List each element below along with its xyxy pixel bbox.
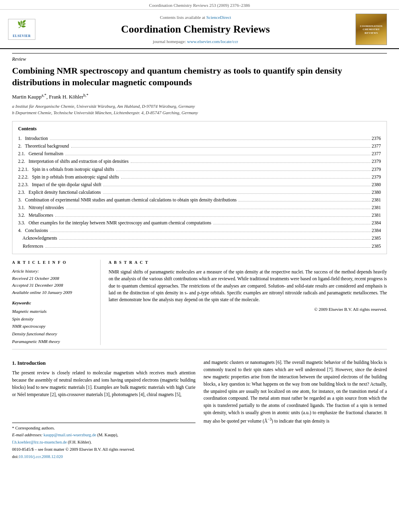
homepage-url[interactable]: www.elsevier.com/locate/ccr [187, 39, 238, 44]
author-sup-b: b,* [83, 92, 88, 97]
contents-available-text: Contents lists available at ScienceDirec… [43, 14, 348, 21]
cover-title: COORDINATIONCHEMISTRYREVIEWS [360, 25, 383, 35]
journal-citation: Coordination Chemistry Reviews 253 (2009… [149, 3, 250, 8]
keyword-4: Density functional theory [12, 330, 95, 338]
elsevier-brand: ELSEVIER [13, 34, 31, 38]
article-title: Combining NMR spectroscopy and quantum c… [12, 65, 387, 88]
toc-item-3-2: 3.2. Metallocenes 2381 [18, 212, 381, 219]
keyword-5: Paramagnetic NMR theory [12, 338, 95, 345]
received-date: Received 21 October 2008 [12, 275, 95, 282]
article-info-abstract-section: A R T I C L E I N F O Article history: R… [12, 260, 387, 349]
toc-item-2-2: 2.2. Interpretation of shifts and extrac… [18, 158, 381, 165]
toc-item-3-1: 3.1. Nitronyl nitroxides 2381 [18, 204, 381, 212]
toc-entries: 1. Introduction 2376 2. Theoretical back… [18, 135, 381, 250]
affiliations: a Institut für Anorganische Chemie, Univ… [12, 103, 387, 116]
email-koehler[interactable]: f.h.koehler@lrz.tu-muenchen.de [12, 440, 67, 444]
banner-center: Contents lists available at ScienceDirec… [35, 14, 356, 45]
keyword-3: NMR spectroscopy [12, 322, 95, 330]
toc-item-2: 2. Theoretical background 2377 [18, 142, 381, 150]
keywords-list: Magnetic materials Spin density NMR spec… [12, 308, 95, 345]
article-type-label: Review [12, 53, 387, 63]
affiliation-b: b Department Chemie, Technische Universi… [12, 109, 387, 116]
article-info-column: A R T I C L E I N F O Article history: R… [12, 260, 101, 345]
article-history: Article history: Received 21 October 200… [12, 268, 95, 296]
journal-homepage: journal homepage: www.elsevier.com/locat… [43, 39, 348, 45]
authors-line: Martin Kauppa,*, Frank H. Köhlerb,* [12, 92, 387, 101]
journal-title: Coordination Chemistry Reviews [43, 22, 348, 37]
abstract-heading: A B S T R A C T [109, 260, 387, 265]
article-content: Review Combining NMR spectroscopy and qu… [0, 49, 399, 349]
keyword-2: Spin density [12, 315, 95, 323]
authors-text: Martin Kauppa,*, Frank H. Köhlerb,* [12, 94, 88, 100]
keyword-1: Magnetic materials [12, 308, 95, 315]
page-wrapper: Coordination Chemistry Reviews 253 (2009… [0, 0, 399, 468]
accepted-date: Accepted 31 December 2008 [12, 282, 95, 289]
copyright-line: © 2009 Elsevier B.V. All rights reserved… [109, 306, 387, 312]
toc-item-2-2-1: 2.2.1. Spin in s orbitals from isotropic… [18, 165, 381, 173]
footnote-emails2: f.h.koehler@lrz.tu-muenchen.de (F.H. Köh… [12, 440, 195, 446]
abstract-column: A B S T R A C T NMR signal shifts of par… [109, 260, 387, 345]
abstract-text: NMR signal shifts of paramagnetic molecu… [109, 269, 387, 303]
history-head: Article history: [12, 268, 95, 275]
affiliation-a: a Institut für Anorganische Chemie, Univ… [12, 103, 387, 110]
contents-heading: Contents [18, 125, 381, 132]
toc-item-acknowledgments: Acknowledgments 2385 [18, 234, 381, 242]
two-column-body: 1. Introduction The present review is cl… [12, 359, 387, 460]
toc-item-references: References 2385 [18, 242, 381, 250]
intro-paragraph-2: and magnetic clusters or nanomagnets [6]… [204, 359, 387, 425]
toc-item-1: 1. Introduction 2376 [18, 135, 381, 142]
toc-item-2-1: 2.1. General formalism 2377 [18, 150, 381, 158]
body-col-left: 1. Introduction The present review is cl… [12, 359, 195, 460]
doi-link[interactable]: 10.1016/j.ccr.2008.12.020 [19, 454, 63, 459]
footnote-issn: 0010-8545/$ – see front matter © 2009 El… [12, 447, 195, 453]
sciencedirect-link[interactable]: ScienceDirect [206, 15, 231, 20]
footnote-corresponding: * Corresponding authors. [12, 425, 195, 431]
toc-item-4: 4. Conclusions 2384 [18, 227, 381, 234]
journal-cover-image: COORDINATIONCHEMISTRYREVIEWS [356, 14, 387, 45]
footnote-doi: doi:10.1016/j.ccr.2008.12.020 [12, 454, 195, 460]
toc-item-2-2-2: 2.2.2. Spin in p orbitals from anisotrop… [18, 173, 381, 181]
tree-icon: 🌿 [17, 21, 26, 28]
table-of-contents: Contents 1. Introduction 2376 2. Theoret… [12, 121, 387, 254]
author-sup-a: a,* [41, 92, 46, 97]
keywords-head: Keywords: [12, 300, 95, 306]
elsevier-logo: 🌿 ELSEVIER [8, 19, 35, 40]
footnote-area: * Corresponding authors. E-mail addresse… [12, 423, 195, 460]
toc-item-2-3: 2.3. Explicit density functional calcula… [18, 188, 381, 196]
toc-item-3: 3. Combination of experimental NMR studi… [18, 196, 381, 203]
toc-item-3-3: 3.3. Other examples for the interplay be… [18, 219, 381, 227]
toc-item-2-2-3: 2.2.3. Impact of the spin dipolar signal… [18, 181, 381, 188]
body-section: 1. Introduction The present review is cl… [0, 355, 399, 468]
journal-banner: 🌿 ELSEVIER Contents lists available at S… [0, 10, 399, 49]
intro-paragraph-1: The present review is closely related to… [12, 370, 195, 398]
footnote-emails: E-mail addresses: kaupp@mail.uni-wuerzbu… [12, 432, 195, 438]
email-kaupp[interactable]: kaupp@mail.uni-wuerzburg.de [43, 433, 96, 437]
article-info-heading: A R T I C L E I N F O [12, 260, 95, 265]
section-1-title: 1. Introduction [12, 359, 195, 367]
journal-citation-bar: Coordination Chemistry Reviews 253 (2009… [0, 0, 399, 10]
body-col-right: and magnetic clusters or nanomagnets [6]… [204, 359, 387, 460]
available-date: Available online 10 January 2009 [12, 289, 95, 296]
